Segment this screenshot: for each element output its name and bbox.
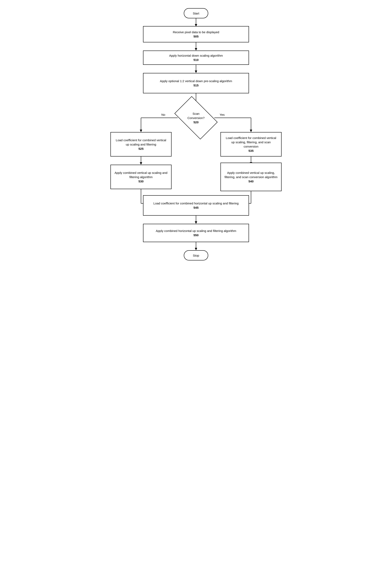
- svg-text:Yes: Yes: [220, 113, 224, 116]
- svg-marker-5: [195, 71, 197, 73]
- svg-text:No: No: [161, 113, 165, 116]
- svg-marker-10: [140, 130, 142, 132]
- flowchart-container: No Yes Start Receive pixel data to be di…: [98, 4, 294, 289]
- node-545: Load coefficient for combined horizontal…: [143, 195, 249, 216]
- start-node: Start: [184, 8, 208, 18]
- node-515: Apply optional 1:2 vertical down pre-sca…: [143, 73, 249, 93]
- node-525: Load coefficient for combined vertical u…: [111, 132, 171, 156]
- svg-marker-25: [195, 221, 197, 224]
- svg-marker-13: [250, 130, 252, 132]
- stop-node: Stop: [184, 250, 208, 260]
- node-530: Apply combined vertical up scaling and f…: [111, 165, 171, 189]
- node-550: Apply combined horizontal up scaling and…: [143, 224, 249, 242]
- svg-marker-3: [195, 48, 197, 51]
- node-535: Load coefficient for combined vertical u…: [221, 132, 281, 156]
- node-540: Apply combined vertical up scaling, filt…: [221, 163, 281, 191]
- node-520-diamond: Scan Conversion? 520: [178, 106, 214, 130]
- svg-marker-15: [140, 162, 142, 165]
- node-510: Apply horizontal down scaling algorithm …: [143, 51, 249, 65]
- node-505: Receive pixel data to be displayed 505: [143, 26, 249, 43]
- svg-marker-27: [195, 248, 197, 250]
